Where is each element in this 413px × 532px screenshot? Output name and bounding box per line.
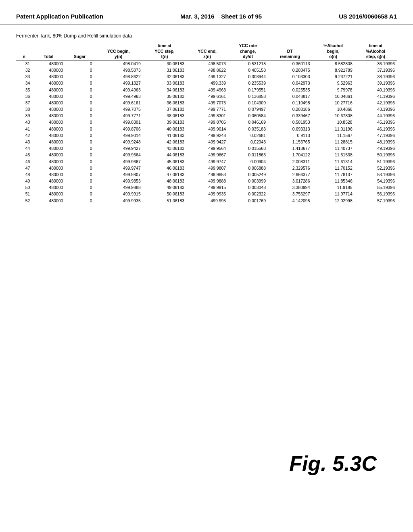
table-row: 454800000499.956444.06183499.96670.01186… <box>16 152 397 158</box>
table-row: 364800000499.496335.06183499.61610.13685… <box>16 93 397 100</box>
table-row: 414800000499.870640.06183499.90140.03518… <box>16 126 397 132</box>
table-row: 374800000499.616136.06183499.70750.10430… <box>16 100 397 106</box>
header-date: Mar. 3, 2016 <box>180 13 214 20</box>
header-date-sheet: Mar. 3, 2016 Sheet 16 of 95 <box>180 12 262 21</box>
page-header: Patent Application Publication Mar. 3, 2… <box>0 0 413 25</box>
col-header-ycc-rate: YCC ratechange,dy/dt <box>228 43 268 60</box>
figure-label: Fig. 5.3C <box>289 451 377 476</box>
table-row: 334800000498.862232.06183499.13270.30894… <box>16 73 397 80</box>
simulation-data-table: n Total Sugar YCC begin,y(n) time atYCC … <box>16 43 397 204</box>
table-row: 474800000499.974746.06183499.98070.00688… <box>16 165 397 171</box>
header-patent-number: US 2016/0060658 A1 <box>339 12 397 21</box>
table-row: 314800000498.041930.06183498.50730.53121… <box>16 60 397 67</box>
table-row: 514800000499.991550.06183499.99350.00232… <box>16 191 397 197</box>
table-row: 324800000498.507331.06183498.86220.40515… <box>16 67 397 73</box>
table-row: 384800000499.707537.06183499.77710.07949… <box>16 106 397 112</box>
table-row: 354800000499.496334.06183499.49630.17955… <box>16 87 397 93</box>
table-row: 494800000499.985348.06183499.98880.00399… <box>16 178 397 184</box>
table-title: Fermenter Tank, 80% Dump and Refill simu… <box>16 33 397 39</box>
col-header-n: n <box>16 43 32 60</box>
table-row: 504800000499.988849.06183499.99150.00304… <box>16 184 397 191</box>
table-row: 464800000499.966745.06183499.97470.00904… <box>16 158 397 165</box>
col-header-time-pct: time at%Alcoholstep, q(n) <box>355 43 397 60</box>
table-body: 314800000498.041930.06183498.50730.53121… <box>16 60 397 204</box>
table-row: 344800000499.132733.06183499.3390.235539… <box>16 80 397 86</box>
col-header-total: Total <box>32 43 65 60</box>
col-header-pct-alcohol: %Alcoholbegin,o(n) <box>312 43 355 60</box>
col-header-ycc-end: YCC end,z(n) <box>186 43 228 60</box>
header-sheet: Sheet 16 of 95 <box>221 13 262 20</box>
table-row: 394800000499.777138.06183499.83010.06058… <box>16 112 397 119</box>
table-row: 524800000499.993551.06183499.9950.001769… <box>16 197 397 204</box>
table-row: 404800000499.830139.06183499.87060.04616… <box>16 119 397 125</box>
header-publication-title: Patent Application Publication <box>16 12 103 21</box>
table-row: 424800000499.901441.06183499.92480.02681… <box>16 132 397 139</box>
table-header-row: n Total Sugar YCC begin,y(n) time atYCC … <box>16 43 397 60</box>
table-row: 484800000499.980747.06183499.98530.00524… <box>16 171 397 178</box>
table-row: 444800000499.942743.06183499.95640.01556… <box>16 145 397 152</box>
col-header-sugar: Sugar <box>65 43 94 60</box>
col-header-dt-remaining: DTremaining <box>268 43 312 60</box>
table-row: 434800000499.924842.06183499.94270.02043… <box>16 139 397 145</box>
col-header-ycc-begin: YCC begin,y(n) <box>94 43 143 60</box>
main-content: Fermenter Tank, 80% Dump and Refill simu… <box>0 25 413 212</box>
col-header-time-ycc: time atYCC step,t(n) <box>143 43 186 60</box>
